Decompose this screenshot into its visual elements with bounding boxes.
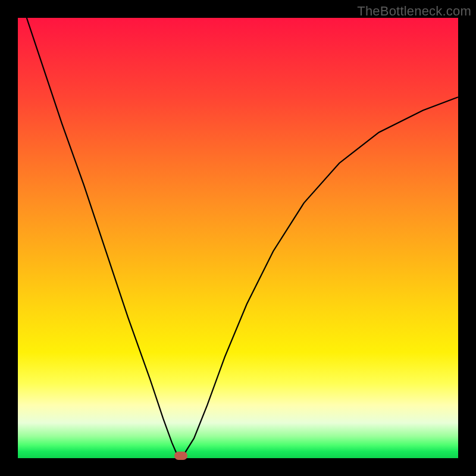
bottleneck-curve bbox=[27, 18, 458, 456]
watermark-text: TheBottleneck.com bbox=[357, 4, 471, 19]
chart-frame: TheBottleneck.com bbox=[0, 0, 476, 476]
plot-area bbox=[18, 18, 458, 458]
minimum-marker bbox=[174, 452, 187, 460]
curve-layer bbox=[18, 18, 458, 458]
